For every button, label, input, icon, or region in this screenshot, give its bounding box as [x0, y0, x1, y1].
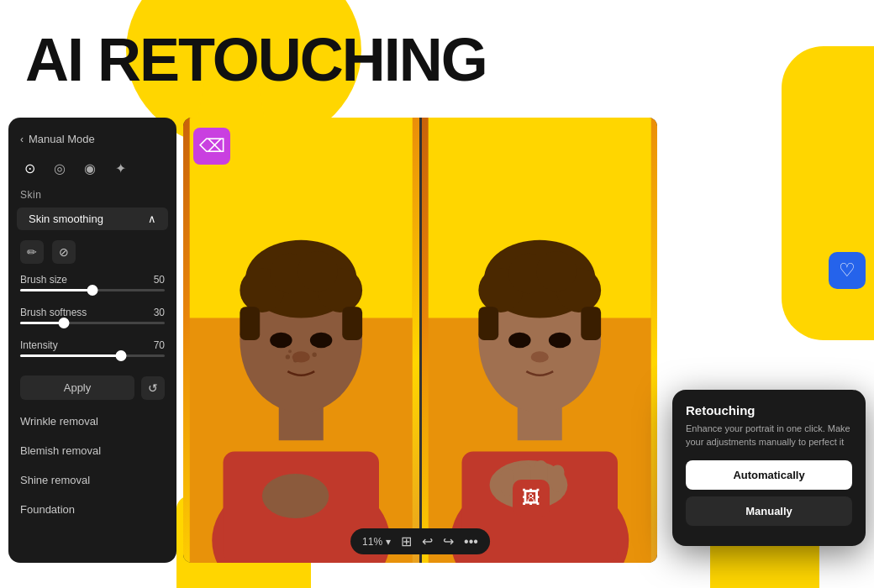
- svg-point-20: [292, 351, 310, 362]
- zoom-control[interactable]: 11% ▾: [362, 536, 391, 548]
- portrait-before-svg: [183, 118, 419, 563]
- wrinkle-removal-item[interactable]: Wrinkle removal: [8, 407, 176, 436]
- back-chevron-icon: ‹: [20, 134, 24, 145]
- eye-icon[interactable]: ◎: [50, 159, 69, 177]
- sun-icon[interactable]: ⊙: [20, 159, 39, 177]
- retouching-popup: Retouching Enhance your portrait in one …: [672, 390, 866, 546]
- photo-badge[interactable]: 🖼: [513, 480, 550, 517]
- svg-point-13: [270, 333, 292, 349]
- brush-softness-fill: [20, 322, 64, 324]
- svg-point-21: [262, 474, 329, 518]
- skin-smoothing-dropdown[interactable]: Skin smoothing ∧: [17, 207, 168, 230]
- manual-mode-header[interactable]: ‹ Manual Mode: [8, 128, 176, 154]
- main-area: ‹ Manual Mode ⊙ ◎ ◉ ✦ Skin Skin smoothin…: [8, 118, 866, 563]
- photo-icon: 🖼: [522, 487, 540, 509]
- svg-point-14: [310, 333, 333, 349]
- canvas-toolbar: 11% ▾ ⊞ ↩ ↪ •••: [350, 528, 490, 554]
- blemish-removal-item[interactable]: Blemish removal: [8, 436, 176, 465]
- zoom-dropdown-icon: ▾: [386, 536, 391, 548]
- brush-softness-label: Brush softness: [20, 307, 87, 318]
- canvas-photo-left: [183, 118, 419, 563]
- dropdown-chevron-icon: ∧: [148, 213, 156, 225]
- svg-point-32: [536, 251, 577, 291]
- foundation-item[interactable]: Foundation: [8, 495, 176, 524]
- intensity-fill: [20, 354, 121, 357]
- svg-point-15: [286, 354, 290, 359]
- brush-size-fill: [20, 289, 92, 291]
- apply-row: Apply ↺: [8, 369, 176, 407]
- canvas-area: ⌫: [183, 118, 657, 563]
- svg-rect-33: [478, 307, 498, 340]
- manually-button[interactable]: Manually: [686, 496, 852, 526]
- brush-softness-slider-section: Brush softness 30: [8, 303, 176, 336]
- redo-btn[interactable]: ↪: [443, 533, 454, 549]
- brush-size-track[interactable]: [20, 289, 165, 291]
- svg-rect-12: [342, 307, 362, 340]
- brush-tools-row: ✏ ⊘: [8, 234, 176, 270]
- skin-smoothing-label: Skin smoothing: [29, 213, 103, 225]
- zoom-value: 11%: [362, 536, 382, 548]
- page-title: AI RETOUCHING: [25, 25, 487, 94]
- left-panel: ‹ Manual Mode ⊙ ◎ ◉ ✦ Skin Skin smoothin…: [8, 118, 176, 563]
- heart-badge[interactable]: ♡: [829, 252, 866, 289]
- svg-point-19: [288, 349, 292, 353]
- undo-btn[interactable]: ↩: [422, 533, 433, 549]
- svg-point-37: [530, 351, 548, 362]
- svg-rect-42: [550, 465, 564, 491]
- brush-eraser-btn[interactable]: ⊘: [52, 240, 76, 264]
- popup-description: Enhance your portrait in one click. Make…: [686, 423, 852, 449]
- fit-screen-btn[interactable]: ⊞: [401, 533, 412, 549]
- brush-size-thumb[interactable]: [87, 285, 98, 296]
- brush-size-slider-section: Brush size 50: [8, 270, 176, 303]
- shine-removal-item[interactable]: Shine removal: [8, 465, 176, 495]
- intensity-label: Intensity: [20, 339, 58, 351]
- automatically-button[interactable]: Automatically: [686, 460, 852, 490]
- brush-softness-value: 30: [154, 307, 165, 318]
- panel-header-label: Manual Mode: [29, 133, 95, 145]
- brush-pencil-btn[interactable]: ✏: [20, 240, 44, 264]
- reset-button[interactable]: ↺: [141, 376, 165, 400]
- skin-section-label: Skin: [8, 186, 176, 204]
- eraser-badge: ⌫: [193, 128, 230, 165]
- svg-rect-34: [581, 307, 601, 340]
- panel-icons-row: ⊙ ◎ ◉ ✦: [8, 154, 176, 186]
- brush-size-label: Brush size: [20, 274, 67, 286]
- popup-title: Retouching: [686, 403, 852, 417]
- svg-point-36: [548, 333, 571, 349]
- brush-softness-track[interactable]: [20, 322, 165, 324]
- svg-point-35: [508, 333, 531, 349]
- intensity-track[interactable]: [20, 354, 165, 357]
- intensity-thumb[interactable]: [116, 350, 127, 361]
- more-options-btn[interactable]: •••: [464, 534, 478, 549]
- brush-size-value: 50: [154, 274, 165, 286]
- face-icon[interactable]: ◉: [81, 159, 99, 177]
- sparkle-icon[interactable]: ✦: [111, 159, 129, 177]
- svg-point-10: [297, 251, 338, 291]
- svg-rect-11: [240, 307, 260, 340]
- intensity-slider-section: Intensity 70: [8, 336, 176, 369]
- apply-button[interactable]: Apply: [20, 375, 134, 400]
- brush-softness-thumb[interactable]: [58, 318, 69, 328]
- svg-rect-39: [500, 468, 513, 496]
- intensity-value: 70: [154, 339, 165, 351]
- right-panel-area: ♡ Retouching Enhance your portrait in on…: [664, 118, 866, 563]
- svg-point-18: [313, 353, 317, 357]
